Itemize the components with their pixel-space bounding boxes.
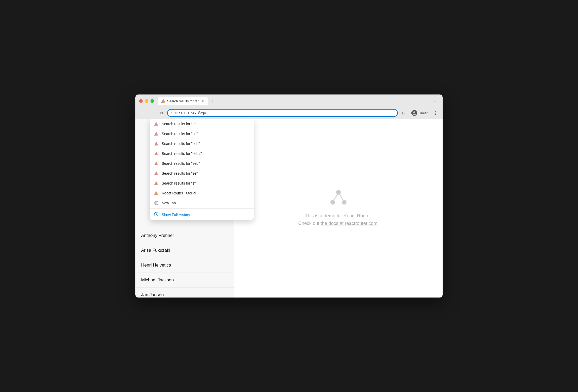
vite-favicon-icon [154, 191, 159, 195]
omnibox-item-label: Search results for "seba" [162, 151, 202, 156]
omnibox-item-label: Search results for "s" [162, 122, 196, 126]
maximize-window-button[interactable] [150, 99, 154, 103]
omnibox-item-label: Search results for "seb" [162, 142, 200, 146]
browser-menu-button[interactable]: ⋮ [432, 109, 439, 117]
address-text: 127.0.0.1:5173/?q= [174, 111, 394, 115]
omnibox-item[interactable]: New Tab [150, 198, 254, 208]
tab-close-button[interactable]: × [201, 99, 205, 103]
show-full-history-item[interactable]: Show Full History [150, 209, 254, 220]
demo-period: . [378, 221, 379, 226]
contact-list-item[interactable]: Henri Helvetica [135, 258, 234, 273]
reload-button[interactable]: ↻ [158, 109, 165, 117]
omnibox-item-label: Search results for "se" [162, 171, 198, 175]
account-button[interactable]: Guest [409, 109, 430, 117]
tab-title: Search results for "s" [167, 99, 199, 103]
browser-controls-right: ⊡ Guest ⋮ [400, 109, 439, 117]
tab-bar: Search results for "s" × + ⌄ [158, 97, 439, 105]
back-button[interactable]: ← [139, 109, 146, 117]
tab-strip-toggle-button[interactable]: ⊡ [400, 109, 407, 117]
omnibox-item-label: Search results for "seb" [162, 161, 200, 166]
contact-list-item[interactable]: Arisa Fukuzaki [135, 243, 234, 258]
address-host: 127.0.0.1 [174, 111, 189, 115]
omnibox-item-label: New Tab [162, 201, 176, 205]
omnibox-item[interactable]: Search results for "s" [150, 178, 254, 188]
app-main-content: This is a demo for React Router. Check o… [234, 119, 443, 298]
vite-favicon-icon [154, 122, 159, 126]
contact-list-item[interactable]: Anthony Frehner [135, 228, 234, 243]
omnibox-item[interactable]: Search results for "seb" [150, 139, 254, 149]
omnibox-item[interactable]: Search results for "se" [150, 129, 254, 139]
vite-favicon-icon [154, 171, 159, 176]
vite-favicon-icon [154, 151, 159, 156]
address-input[interactable]: ℹ 127.0.0.1:5173/?q= [167, 109, 398, 117]
omnibox-divider [150, 208, 254, 209]
svg-point-3 [412, 114, 416, 115]
contact-list-item[interactable]: Michael Jackson [135, 273, 234, 288]
vite-favicon-icon [154, 181, 159, 186]
omnibox-item-label: Search results for "se" [162, 132, 198, 136]
active-tab[interactable]: Search results for "s" × [158, 97, 208, 105]
vite-favicon-icon [154, 131, 159, 136]
show-full-history-label: Show Full History [162, 213, 190, 217]
react-router-logo-large [328, 189, 349, 206]
forward-button[interactable]: → [148, 109, 156, 117]
demo-line2: Check out [298, 221, 321, 226]
tab-strip-chevron[interactable]: ⌄ [432, 97, 439, 105]
demo-line1: This is a demo for React Router. [305, 213, 372, 218]
svg-line-34 [338, 192, 344, 202]
demo-text: This is a demo for React Router. Check o… [298, 212, 379, 227]
omnibox-item[interactable]: Search results for "se" [150, 168, 254, 178]
svg-line-33 [333, 192, 338, 202]
tab-right-controls: ⌄ [432, 97, 439, 105]
account-avatar [411, 110, 417, 116]
title-bar-top: Search results for "s" × + ⌄ [139, 97, 439, 105]
omnibox-dropdown: Search results for "s" Search results fo… [150, 119, 254, 220]
account-label: Guest [418, 111, 428, 115]
minimize-window-button[interactable] [145, 99, 148, 103]
omnibox-item[interactable]: React Router Tutorial [150, 188, 254, 198]
address-port: :5173 [189, 111, 199, 115]
omnibox-item[interactable]: Search results for "s" [150, 119, 254, 129]
close-window-button[interactable] [139, 99, 143, 103]
reactrouter-docs-link[interactable]: the docs at reactrouter.com [321, 221, 377, 226]
omnibox-item[interactable]: Search results for "seb" [150, 159, 254, 168]
browser-window: Search results for "s" × + ⌄ ← → ↻ ℹ 127… [135, 94, 443, 298]
info-icon: ℹ [171, 111, 173, 115]
traffic-lights [139, 99, 154, 103]
omnibox-item[interactable]: Search results for "seba" [150, 149, 254, 159]
vite-favicon-icon [154, 141, 159, 146]
title-bar: Search results for "s" × + ⌄ [135, 94, 443, 107]
omnibox-item-label: Search results for "s" [162, 181, 196, 185]
history-icon [154, 212, 159, 217]
contact-list-item[interactable]: Jan Jansen [135, 288, 234, 298]
omnibox-item-label: React Router Tutorial [162, 191, 196, 195]
svg-point-2 [413, 111, 415, 113]
address-path: /?q= [199, 111, 206, 115]
tab-favicon [161, 99, 165, 103]
address-bar: ← → ↻ ℹ 127.0.0.1:5173/?q= ⊡ Guest ⋮ [135, 107, 443, 119]
globe-icon [154, 201, 159, 205]
browser-content: Search results for "s" Search results fo… [135, 119, 443, 298]
new-tab-button[interactable]: + [209, 97, 216, 105]
vite-favicon-icon [154, 161, 159, 166]
